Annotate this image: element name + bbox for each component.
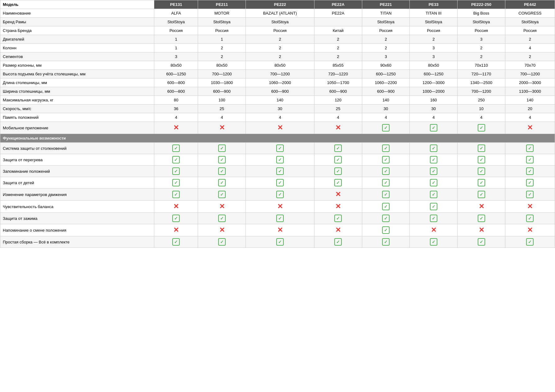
functional-cell: ✓ — [505, 213, 555, 224]
functional-cell: ✓ — [410, 201, 458, 213]
cell-value: StolStoya — [154, 18, 198, 26]
cell-value: 1 — [198, 35, 246, 44]
cell-value: 2 — [458, 44, 505, 52]
cell-value: 4 — [458, 113, 505, 122]
cell-value: 2 — [505, 35, 555, 44]
cell-value: StolStoya — [246, 18, 314, 26]
cell-value: Россия — [154, 26, 198, 35]
cell-value: 30 — [246, 105, 314, 113]
cell-value: 4 — [362, 113, 410, 122]
cell-value: 140 — [246, 96, 314, 105]
cell-value: ✕ — [154, 122, 198, 134]
functional-cell: ✓ — [362, 213, 410, 224]
cell-value: ✓ — [362, 122, 410, 134]
row-label: Наименование — [0, 9, 154, 18]
row-label: Бренд Рамы — [0, 18, 154, 26]
section-header-row: Функциональные возможности — [0, 134, 555, 143]
cell-value: 70x110 — [458, 61, 505, 70]
cell-value: 700—1200 — [246, 70, 314, 78]
cell-value: 36 — [154, 105, 198, 113]
functional-row: Простая сборка — Всё в комплекте✓✓✓✓✓✓✓✓ — [0, 236, 555, 248]
functional-cell: ✓ — [198, 143, 246, 154]
cell-value: 720—1220 — [314, 70, 362, 78]
functional-cell: ✓ — [458, 143, 505, 154]
header-col3: PE222 — [246, 0, 314, 9]
table-row: Размер колонны, мм80x5080x5080x5085x5590… — [0, 61, 555, 70]
cell-value: PE22A — [314, 9, 362, 18]
cell-value: 80 — [154, 96, 198, 105]
functional-row: Запоминание положений✓✓✓✓✓✓✓✓ — [0, 166, 555, 177]
cell-value: 2 — [246, 52, 314, 61]
cell-value: 600—900 — [362, 87, 410, 96]
row-label: Страна Бренда — [0, 26, 154, 35]
cell-value: 140 — [505, 96, 555, 105]
functional-cell: ✓ — [362, 189, 410, 201]
functional-row: Изменение параметров движения✓✓✓✕✓✓✓✓ — [0, 189, 555, 201]
functional-cell: ✕ — [246, 224, 314, 236]
cell-value: 4 — [314, 113, 362, 122]
functional-cell: ✓ — [154, 189, 198, 201]
cell-value: 2 — [198, 44, 246, 52]
table-row: Бренд РамыStolStoyaStolStoyaStolStoyaSto… — [0, 18, 555, 26]
functional-row-label: Напоминание о смене положения — [0, 224, 154, 236]
cell-value: 2 — [198, 52, 246, 61]
table-row: Мобильное приложение✕✕✕✕✓✓✓✕ — [0, 122, 555, 134]
cell-value: 600—800 — [154, 87, 198, 96]
functional-cell: ✕ — [154, 201, 198, 213]
table-row: НаименованиеALFAMOTORBAZALT (ATLANT)PE22… — [0, 9, 555, 18]
cell-value: MOTOR — [198, 9, 246, 18]
functional-cell: ✓ — [314, 213, 362, 224]
functional-cell: ✓ — [198, 213, 246, 224]
functional-cell: ✓ — [314, 143, 362, 154]
cell-value — [314, 18, 362, 26]
cell-value: CONGRESS — [505, 9, 555, 18]
functional-cell: ✕ — [458, 224, 505, 236]
cell-value: 2 — [410, 35, 458, 44]
cell-value: 1200—3000 — [410, 78, 458, 87]
functional-cell: ✓ — [362, 201, 410, 213]
cell-value: 600—1250 — [154, 70, 198, 78]
functional-cell: ✓ — [410, 236, 458, 248]
cell-value: 4 — [505, 113, 555, 122]
functional-cell: ✓ — [505, 189, 555, 201]
cell-value: ALFA — [154, 9, 198, 18]
functional-cell: ✓ — [198, 177, 246, 189]
functional-row: Защита от детей✓✓✓✓✓✓✓✓ — [0, 177, 555, 189]
cell-value: StolStoya — [505, 18, 555, 26]
functional-row-label: Изменение параметров движения — [0, 189, 154, 201]
functional-cell: ✕ — [458, 201, 505, 213]
cell-value: 3 — [410, 44, 458, 52]
cell-value: 4 — [198, 113, 246, 122]
cell-value: 100 — [198, 96, 246, 105]
cell-value: Россия — [362, 26, 410, 35]
cell-value: Россия — [198, 26, 246, 35]
functional-cell: ✓ — [458, 177, 505, 189]
functional-cell: ✕ — [314, 201, 362, 213]
row-label: Двигателей — [0, 35, 154, 44]
cell-value: Китай — [314, 26, 362, 35]
cell-value: 25 — [198, 105, 246, 113]
functional-cell: ✓ — [154, 236, 198, 248]
cell-value: 4 — [505, 44, 555, 52]
cell-value: 600—900 — [246, 87, 314, 96]
functional-cell: ✓ — [505, 177, 555, 189]
cell-value: 600—900 — [198, 87, 246, 96]
cell-value: 1 — [154, 44, 198, 52]
cell-value: 80x50 — [410, 61, 458, 70]
functional-cell: ✓ — [246, 177, 314, 189]
cell-value: 2 — [314, 44, 362, 52]
functional-cell: ✓ — [410, 177, 458, 189]
functional-cell: ✓ — [198, 236, 246, 248]
cell-value: 160 — [410, 96, 458, 105]
functional-cell: ✕ — [154, 224, 198, 236]
cell-value: 25 — [314, 105, 362, 113]
cell-value: 1 — [154, 35, 198, 44]
functional-cell: ✓ — [246, 213, 314, 224]
cell-value: Россия — [458, 26, 505, 35]
functional-cell: ✓ — [314, 177, 362, 189]
functional-row: Защита от перегрева✓✓✓✓✓✓✓✓ — [0, 154, 555, 166]
functional-cell: ✓ — [314, 166, 362, 177]
row-label: Длина столешницы, мм — [0, 78, 154, 87]
table-row: Скорость, мм/с3625302530301020 — [0, 105, 555, 113]
functional-cell: ✓ — [362, 166, 410, 177]
